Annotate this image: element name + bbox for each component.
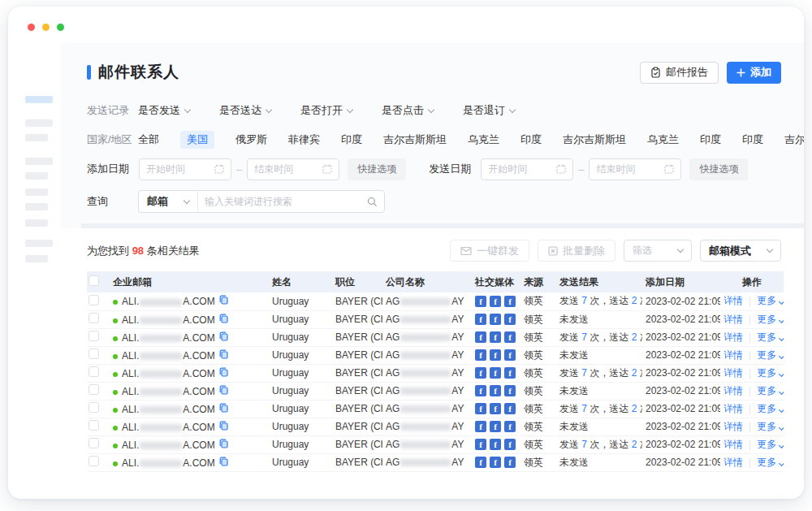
- region-chip[interactable]: 乌克兰: [468, 132, 499, 147]
- detail-link[interactable]: 详情: [723, 385, 743, 396]
- copy-icon[interactable]: [219, 349, 228, 359]
- copy-icon[interactable]: [219, 367, 228, 377]
- copy-icon[interactable]: [219, 331, 228, 341]
- facebook-icon[interactable]: f: [490, 296, 501, 307]
- row-checkbox[interactable]: [89, 331, 99, 341]
- copy-icon[interactable]: [219, 314, 228, 323]
- region-chip[interactable]: 菲律宾: [288, 132, 320, 147]
- more-link[interactable]: 更多: [757, 331, 784, 343]
- add-date-end-input[interactable]: 结束时间: [247, 158, 339, 180]
- region-chip[interactable]: 乌克兰: [647, 132, 679, 147]
- facebook-icon[interactable]: f: [475, 314, 486, 325]
- sidebar-item[interactable]: [25, 240, 53, 247]
- facebook-icon[interactable]: f: [490, 331, 501, 343]
- facebook-icon[interactable]: f: [504, 421, 516, 432]
- facebook-icon[interactable]: f: [490, 367, 501, 379]
- facebook-icon[interactable]: f: [490, 457, 501, 468]
- mail-report-button[interactable]: 邮件报告: [640, 62, 719, 84]
- more-link[interactable]: 更多: [757, 421, 784, 432]
- facebook-icon[interactable]: f: [475, 421, 486, 432]
- region-chip[interactable]: 俄罗斯: [235, 132, 267, 147]
- more-link[interactable]: 更多: [757, 385, 784, 396]
- facebook-icon[interactable]: f: [490, 403, 501, 414]
- send-date-start-input[interactable]: 开始时间: [481, 158, 573, 180]
- copy-icon[interactable]: [219, 295, 228, 305]
- minimize-window-icon[interactable]: [42, 24, 50, 31]
- sidebar-item-active[interactable]: [25, 96, 53, 103]
- send-date-end-input[interactable]: 结束时间: [589, 158, 681, 180]
- region-chip[interactable]: 美国: [180, 131, 214, 149]
- row-checkbox[interactable]: [89, 366, 99, 377]
- region-chip[interactable]: 印度: [520, 132, 542, 147]
- more-link[interactable]: 更多: [757, 403, 784, 414]
- sidebar-item[interactable]: [25, 255, 48, 262]
- row-checkbox[interactable]: [89, 313, 99, 323]
- region-chip[interactable]: 印度: [742, 132, 763, 147]
- more-link[interactable]: 更多: [757, 314, 784, 325]
- more-link[interactable]: 更多: [757, 295, 784, 306]
- facebook-icon[interactable]: f: [490, 385, 501, 396]
- copy-icon[interactable]: [219, 439, 228, 448]
- region-chip[interactable]: 吉尔吉斯斯坦: [383, 132, 447, 147]
- facebook-icon[interactable]: f: [504, 385, 516, 396]
- detail-link[interactable]: 详情: [723, 439, 743, 450]
- add-date-quick-options-button[interactable]: 快捷选项: [348, 158, 406, 180]
- detail-link[interactable]: 详情: [723, 314, 743, 325]
- facebook-icon[interactable]: f: [475, 331, 486, 343]
- filter-dropdown-5[interactable]: 是否退订: [463, 103, 515, 118]
- sidebar-item[interactable]: [25, 203, 48, 210]
- copy-icon[interactable]: [219, 421, 228, 431]
- facebook-icon[interactable]: f: [504, 457, 516, 468]
- filter-dropdown-4[interactable]: 是否点击: [382, 103, 434, 118]
- facebook-icon[interactable]: f: [504, 296, 516, 307]
- detail-link[interactable]: 详情: [723, 421, 743, 432]
- copy-icon[interactable]: [219, 403, 228, 413]
- maximize-window-icon[interactable]: [57, 24, 64, 31]
- region-chip[interactable]: 印度: [700, 132, 721, 147]
- region-chip[interactable]: 吉尔吉斯斯坦: [563, 132, 626, 147]
- region-chip[interactable]: 印度: [341, 132, 362, 147]
- row-checkbox[interactable]: [89, 456, 99, 466]
- sidebar-item[interactable]: [25, 158, 53, 165]
- filter-dropdown-2[interactable]: 是否送达: [219, 103, 271, 118]
- facebook-icon[interactable]: f: [475, 385, 486, 396]
- bulk-send-button[interactable]: 一键群发: [450, 240, 529, 262]
- detail-link[interactable]: 详情: [723, 403, 743, 414]
- select-all-checkbox[interactable]: [89, 275, 99, 286]
- detail-link[interactable]: 详情: [723, 331, 743, 343]
- facebook-icon[interactable]: f: [475, 367, 486, 379]
- copy-icon[interactable]: [219, 385, 228, 395]
- copy-icon[interactable]: [219, 457, 228, 466]
- facebook-icon[interactable]: f: [504, 403, 516, 414]
- row-checkbox[interactable]: [89, 349, 99, 359]
- region-chip[interactable]: 吉尔吉斯斯坦: [784, 132, 804, 147]
- batch-delete-button[interactable]: 批量删除: [538, 240, 615, 262]
- facebook-icon[interactable]: f: [490, 349, 501, 361]
- facebook-icon[interactable]: f: [504, 439, 516, 450]
- filter-dropdown-3[interactable]: 是否打开: [300, 103, 352, 118]
- facebook-icon[interactable]: f: [504, 331, 516, 343]
- sidebar-item[interactable]: [25, 119, 53, 127]
- facebook-icon[interactable]: f: [475, 403, 486, 414]
- more-link[interactable]: 更多: [757, 349, 784, 361]
- add-button[interactable]: 添加: [727, 62, 781, 84]
- facebook-icon[interactable]: f: [490, 439, 501, 450]
- more-link[interactable]: 更多: [757, 457, 784, 468]
- more-link[interactable]: 更多: [757, 367, 784, 379]
- sidebar-item[interactable]: [25, 172, 48, 180]
- facebook-icon[interactable]: f: [490, 421, 501, 432]
- detail-link[interactable]: 详情: [723, 295, 743, 306]
- facebook-icon[interactable]: f: [504, 314, 516, 325]
- send-date-quick-options-button[interactable]: 快捷选项: [689, 158, 748, 180]
- facebook-icon[interactable]: f: [475, 457, 486, 468]
- add-date-start-input[interactable]: 开始时间: [139, 158, 231, 180]
- search-input[interactable]: [198, 196, 361, 207]
- region-chip[interactable]: 全部: [138, 132, 159, 147]
- filter-select[interactable]: 筛选: [624, 240, 692, 262]
- more-link[interactable]: 更多: [757, 439, 784, 450]
- sidebar-item[interactable]: [25, 219, 48, 227]
- facebook-icon[interactable]: f: [475, 349, 486, 361]
- facebook-icon[interactable]: f: [475, 439, 486, 450]
- facebook-icon[interactable]: f: [475, 296, 486, 307]
- sidebar-item[interactable]: [25, 188, 48, 196]
